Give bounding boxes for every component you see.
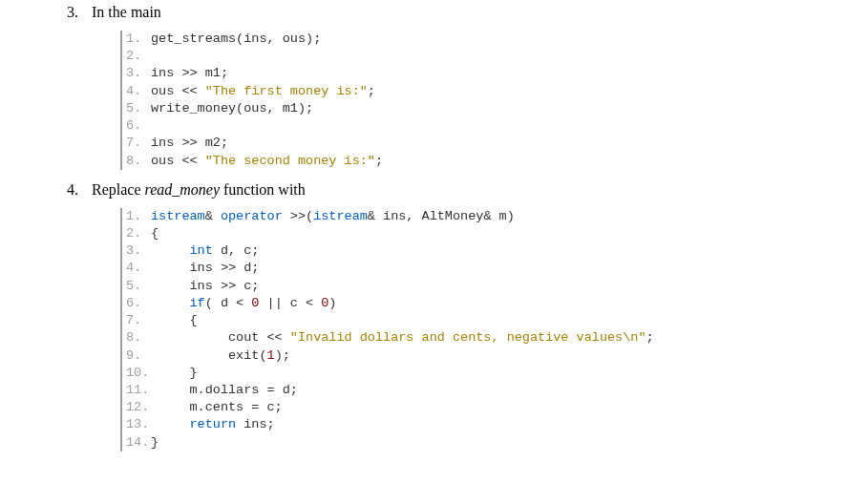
section-3: 3. In the main 1.get_streams(ins, ous);2…	[38, 4, 809, 170]
code-text: return ins;	[151, 416, 809, 433]
section-4-heading: 4. Replace read_money function with	[67, 181, 809, 199]
line-number: 11.	[126, 382, 151, 399]
line-number: 4.	[126, 260, 151, 277]
code-text: ins >> m2;	[151, 135, 809, 152]
section-4: 4. Replace read_money function with 1.is…	[38, 181, 809, 452]
code-text: m.dollars = d;	[151, 382, 809, 399]
code-line: 14.}	[126, 434, 809, 452]
line-number: 8.	[126, 153, 151, 170]
code-line: 4. ins >> d;	[126, 260, 809, 277]
page: 3. In the main 1.get_streams(ins, ous);2…	[0, 4, 847, 452]
code-text: {	[151, 312, 809, 329]
code-text	[151, 117, 809, 135]
line-number: 2.	[126, 48, 151, 65]
code-block-4: 1.istream& operator >>(istream& ins, Alt…	[120, 208, 809, 452]
code-text: ous << "The first money is:";	[151, 83, 809, 100]
code-line: 13. return ins;	[126, 416, 809, 433]
line-number: 10.	[126, 365, 151, 382]
code-text: m.cents = c;	[151, 399, 809, 416]
code-text: get_streams(ins, ous);	[151, 31, 809, 48]
code-text: ins >> d;	[151, 260, 809, 277]
line-number: 1.	[126, 31, 151, 48]
code-line: 3. int d, c;	[126, 242, 809, 260]
section-4-title-italic: read_money	[145, 181, 221, 198]
code-line: 10. }	[126, 365, 809, 382]
code-line: 2.{	[126, 225, 809, 242]
line-number: 5.	[126, 100, 151, 117]
line-number: 14.	[126, 434, 151, 452]
code-text: write_money(ous, m1);	[151, 100, 809, 117]
line-number: 8.	[126, 329, 151, 346]
code-block-3: 1.get_streams(ins, ous);2.3.ins >> m1;4.…	[120, 31, 809, 170]
section-3-heading: 3. In the main	[67, 4, 809, 21]
code-line: 9. exit(1);	[126, 347, 809, 365]
code-text: cout << "Invalid dollars and cents, nega…	[151, 329, 809, 346]
code-text: istream& operator >>(istream& ins, AltMo…	[151, 208, 809, 225]
line-number: 6.	[126, 295, 151, 312]
line-number: 6.	[126, 117, 151, 135]
line-number: 12.	[126, 399, 151, 416]
code-line: 5.write_money(ous, m1);	[126, 100, 809, 117]
code-text: ins >> c;	[151, 278, 809, 295]
code-text: }	[151, 365, 809, 382]
section-4-title: Replace read_money function with	[92, 181, 809, 199]
line-number: 2.	[126, 225, 151, 242]
line-number: 9.	[126, 347, 151, 365]
code-line: 7. {	[126, 312, 809, 329]
section-4-title-suffix: function with	[220, 181, 306, 198]
line-number: 7.	[126, 135, 151, 152]
code-line: 3.ins >> m1;	[126, 65, 809, 82]
code-line: 7.ins >> m2;	[126, 135, 809, 152]
code-line: 4.ous << "The first money is:";	[126, 83, 809, 100]
line-number: 13.	[126, 416, 151, 433]
section-3-title: In the main	[92, 4, 809, 21]
line-number: 7.	[126, 312, 151, 329]
code-line: 5. ins >> c;	[126, 278, 809, 295]
line-number: 3.	[126, 65, 151, 82]
code-line: 1.istream& operator >>(istream& ins, Alt…	[126, 208, 809, 225]
code-text	[151, 48, 809, 65]
code-text: int d, c;	[151, 242, 809, 260]
code-line: 8.ous << "The second money is:";	[126, 153, 809, 170]
code-text: ous << "The second money is:";	[151, 153, 809, 170]
code-line: 11. m.dollars = d;	[126, 382, 809, 399]
section-3-number: 3.	[67, 4, 92, 21]
code-text: if( d < 0 || c < 0)	[151, 295, 809, 312]
line-number: 3.	[126, 242, 151, 260]
line-number: 5.	[126, 278, 151, 295]
code-line: 8. cout << "Invalid dollars and cents, n…	[126, 329, 809, 346]
code-line: 1.get_streams(ins, ous);	[126, 31, 809, 48]
section-4-title-prefix: Replace	[92, 181, 145, 198]
code-line: 12. m.cents = c;	[126, 399, 809, 416]
code-text: }	[151, 434, 809, 452]
line-number: 1.	[126, 208, 151, 225]
section-4-number: 4.	[67, 181, 92, 199]
code-text: ins >> m1;	[151, 65, 809, 82]
code-text: {	[151, 225, 809, 242]
line-number: 4.	[126, 83, 151, 100]
code-line: 6. if( d < 0 || c < 0)	[126, 295, 809, 312]
code-line: 2.	[126, 48, 809, 65]
code-text: exit(1);	[151, 347, 809, 365]
code-line: 6.	[126, 117, 809, 135]
